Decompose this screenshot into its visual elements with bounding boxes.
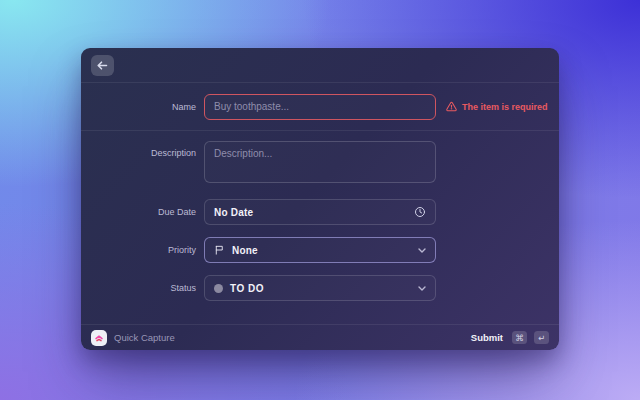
status-dot-icon [214, 284, 223, 293]
clickup-logo-icon [91, 330, 107, 346]
name-label: Name [81, 102, 196, 112]
priority-label: Priority [81, 245, 196, 255]
due-date-picker[interactable]: No Date [204, 199, 436, 225]
description-field-row: Description [81, 141, 559, 187]
flag-icon [214, 244, 225, 256]
due-date-value: No Date [214, 207, 253, 218]
app-name: Quick Capture [114, 332, 175, 343]
description-textarea[interactable] [204, 141, 436, 183]
quick-capture-window: Name The item is required Description Du… [81, 48, 559, 350]
description-label: Description [81, 141, 196, 158]
validation-error: The item is required [446, 101, 548, 112]
priority-value: None [232, 245, 258, 256]
window-header [81, 48, 559, 83]
back-button[interactable] [91, 55, 114, 76]
arrow-left-icon [97, 61, 108, 70]
chevron-down-icon [418, 286, 426, 291]
error-text: The item is required [462, 102, 548, 112]
due-date-label: Due Date [81, 207, 196, 217]
status-label: Status [81, 283, 196, 293]
chevron-down-icon [418, 248, 426, 253]
priority-field-row: Priority None [81, 237, 559, 263]
clock-icon [414, 206, 426, 218]
name-input[interactable] [204, 94, 436, 120]
status-value: TO DO [230, 283, 264, 294]
due-date-field-row: Due Date No Date [81, 199, 559, 225]
return-key-icon: ↵ [534, 331, 549, 344]
status-select[interactable]: TO DO [204, 275, 436, 301]
cmd-key-icon: ⌘ [512, 331, 527, 344]
window-footer: Quick Capture Submit ⌘ ↵ [81, 324, 559, 350]
status-field-row: Status TO DO [81, 275, 559, 301]
form-area: Description Due Date No Date [81, 131, 559, 324]
priority-select[interactable]: None [204, 237, 436, 263]
warning-triangle-icon [446, 101, 457, 112]
name-field-row: Name The item is required [81, 83, 559, 131]
submit-button[interactable]: Submit [471, 332, 503, 343]
